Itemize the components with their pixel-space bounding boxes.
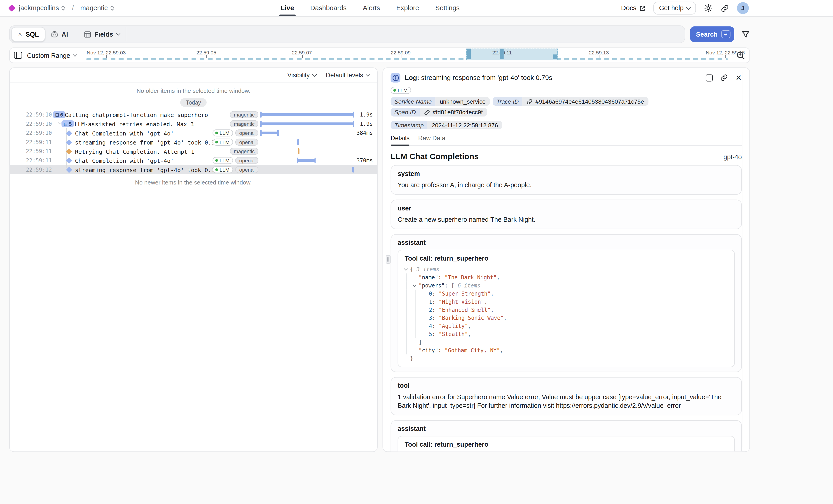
docs-link[interactable]: Docs — [621, 4, 645, 12]
message-card-user: userCreate a new superhero named The Bar… — [390, 199, 742, 229]
visibility-label: Visibility — [287, 72, 310, 78]
json-tree: { 3 items"name": "THE BARK NIGHT","power… — [405, 452, 728, 452]
info-level-icon — [390, 73, 400, 82]
row-tags: LLMopenai — [213, 129, 258, 136]
span-duration-track — [261, 147, 354, 156]
row-tags: magentic — [230, 111, 259, 118]
user-avatar[interactable]: J — [737, 2, 749, 14]
row-message: Calling chatprompt-function make_superhe… — [49, 111, 208, 118]
nav-tab-live[interactable]: Live — [281, 0, 294, 16]
log-row[interactable]: 22:59:10⊟5LLM-assisted retries enabled. … — [10, 119, 377, 128]
tag-magentic: magentic — [230, 120, 259, 127]
panel-resize-handle[interactable] — [386, 255, 390, 264]
timeline-tick-mark — [599, 55, 599, 58]
green-dot-icon — [215, 168, 218, 171]
row-timestamp: 22:59:10 — [10, 130, 49, 136]
fields-button[interactable]: Fields — [78, 27, 126, 41]
green-dot-icon — [393, 89, 396, 92]
message-role: system — [398, 170, 735, 177]
filter-funnel-icon[interactable] — [741, 30, 750, 39]
copy-link-icon[interactable] — [720, 74, 728, 81]
span-duration-track — [261, 128, 354, 138]
chevron-down-icon — [73, 52, 77, 57]
chip-label: Span ID — [390, 108, 420, 117]
timeline-histogram-bar — [500, 49, 504, 59]
message-role: user — [398, 205, 735, 212]
collapse-count-badge[interactable]: ⊟6 — [53, 111, 65, 118]
timeline-bar: Custom Range Nov 12, 22:59:0322:59:0522:… — [9, 47, 750, 63]
table-grid-icon — [84, 31, 91, 38]
project-selector[interactable]: magentic — [80, 4, 114, 12]
query-input[interactable] — [126, 27, 683, 41]
sql-mode-button[interactable]: ✳ SQL — [11, 27, 45, 41]
nav-tab-dashboards[interactable]: Dashboards — [310, 0, 347, 16]
row-main: ⊟5LLM-assisted retries enabled. Max 3 — [49, 119, 230, 128]
row-timestamp: 22:59:11 — [10, 158, 49, 163]
log-row[interactable]: 22:59:11streaming response from 'gpt-4o'… — [10, 138, 377, 147]
message-card-system: systemYou are professor A, in charge of … — [390, 165, 742, 195]
log-row[interactable]: 22:59:12streaming response from 'gpt-4o'… — [10, 165, 377, 174]
row-timestamp: 22:59:10 — [10, 121, 49, 127]
row-main: streaming response from 'gpt-4o' took 0.… — [49, 138, 213, 147]
theme-toggle-sun-icon[interactable] — [704, 4, 713, 13]
nav-tab-settings[interactable]: Settings — [435, 0, 460, 16]
no-older-items-note: No older items in the selected time wind… — [10, 88, 377, 94]
visibility-dropdown[interactable]: Visibility — [287, 72, 316, 78]
row-main: Chat Completion with 'gpt-4o' — [49, 156, 213, 165]
json-line: "name": "The Bark Night", — [405, 273, 728, 281]
get-help-button[interactable]: Get help — [653, 2, 696, 15]
llm-tag: LLM — [213, 139, 233, 146]
log-list-controls: Visibility Default levels — [10, 68, 377, 82]
row-main: ⊟6Calling chatprompt-function make_super… — [49, 110, 230, 119]
log-row[interactable]: 22:59:11Retrying Chat Completion. Attemp… — [10, 147, 377, 156]
timeline-track[interactable]: Nov 12, 22:59:0322:59:0522:59:0722:59:09… — [86, 48, 728, 63]
log-row[interactable]: 22:59:11Chat Completion with 'gpt-4o'LLM… — [10, 156, 377, 165]
row-main: streaming response from 'gpt-4o' took 0.… — [49, 165, 213, 174]
default-levels-dropdown[interactable]: Default levels — [326, 72, 370, 78]
child-count: 5 — [69, 121, 72, 127]
timeline-selection[interactable] — [466, 49, 558, 60]
log-tick-mark — [298, 148, 299, 154]
share-link-icon[interactable] — [721, 4, 729, 12]
org-name: jackmpcollins — [19, 4, 59, 12]
chat-messages: systemYou are professor A, in charge of … — [390, 165, 742, 452]
scrollbar-track[interactable] — [742, 72, 742, 447]
row-timestamp: 22:59:12 — [10, 167, 49, 172]
close-icon[interactable]: ✕ — [735, 74, 742, 81]
nav-tab-alerts[interactable]: Alerts — [363, 0, 380, 16]
collapse-chevron-icon[interactable] — [413, 283, 416, 287]
search-button[interactable]: Search ↵ — [690, 26, 734, 42]
row-main: Chat Completion with 'gpt-4o' — [49, 128, 213, 138]
child-count: 6 — [60, 112, 63, 117]
json-line: "city": "Gotham City, NY", — [405, 346, 728, 354]
log-row[interactable]: 22:59:10⊟6Calling chatprompt-function ma… — [10, 110, 377, 119]
json-line: } — [405, 354, 728, 362]
collapse-chevron-icon[interactable] — [404, 267, 408, 270]
ai-mode-button[interactable]: AI — [45, 27, 73, 41]
timeline-tick-label: Nov 12, 22:59:03 — [87, 50, 126, 55]
log-row[interactable]: 22:59:10Chat Completion with 'gpt-4o'LLM… — [10, 128, 377, 138]
nav-tab-explore[interactable]: Explore — [396, 0, 419, 16]
main-content: Visibility Default levels No older items… — [9, 68, 750, 452]
tag-openai: openai — [236, 166, 259, 173]
chip-label: Service Name — [390, 97, 435, 106]
span-duration-track — [261, 156, 354, 165]
collapse-panel-icon[interactable] — [14, 52, 22, 59]
org-selector[interactable]: jackmpcollins — [19, 4, 66, 12]
tab-raw-data[interactable]: Raw Data — [418, 135, 446, 145]
json-line: 2: "Enhanced Smell", — [405, 306, 728, 314]
fields-group: Fields — [78, 27, 683, 41]
chevron-down-icon — [312, 72, 317, 76]
toggle-layout-icon[interactable] — [706, 74, 713, 81]
row-timestamp: 22:59:11 — [10, 148, 49, 154]
detail-tags: LLM — [390, 87, 742, 94]
levels-label: Default levels — [326, 72, 363, 78]
collapse-count-badge[interactable]: ⊟5 — [62, 120, 74, 127]
tab-details[interactable]: Details — [390, 135, 409, 145]
span-bar — [261, 122, 354, 125]
json-line: 4: "Agility", — [405, 322, 728, 330]
attribute-chip-span-id[interactable]: Span ID#fd81e8f78c4ecc9f — [390, 108, 487, 117]
attribute-chip-trace-id[interactable]: Trace ID#9146a6974e4e6140538043607a71c75… — [493, 97, 648, 106]
llm-tag: LLM — [213, 157, 233, 164]
time-range-selector[interactable]: Custom Range — [27, 51, 76, 59]
